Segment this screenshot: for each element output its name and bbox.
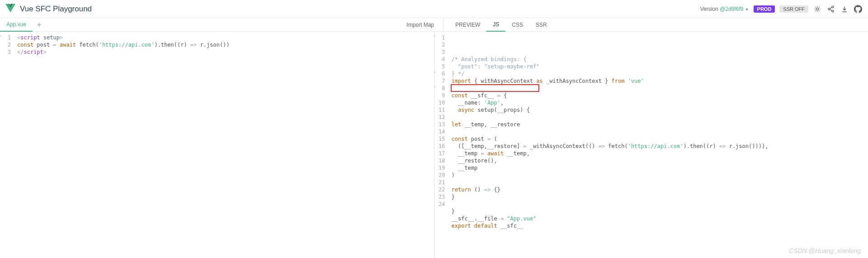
header-right: Version @2d9f6f9 ▼ PROD SSR OFF [700,5,863,14]
output-tabs: PREVIEW JS CSS SSR [443,18,553,31]
output-editor[interactable]: 123456789101112131415161718192021222324 … [434,32,868,258]
tab-preview[interactable]: PREVIEW [449,18,486,32]
version-selector[interactable]: Version @2d9f6f9 ▼ [700,6,749,12]
source-code[interactable]: <script setup>const post = await fetch('… [14,32,434,258]
share-icon[interactable] [826,5,835,14]
ssr-toggle[interactable]: SSR OFF [779,5,808,13]
app-title: Vue SFC Playground [20,5,92,14]
svg-point-0 [816,8,818,10]
add-file-button[interactable]: + [33,21,46,29]
file-tabs: App.vue + Import Map [0,18,443,31]
import-map-tab[interactable]: Import Map [397,22,443,28]
prod-toggle[interactable]: PROD [754,5,775,13]
line-gutter: 123456789101112131415161718192021222324 [434,32,448,258]
svg-point-2 [828,8,830,10]
svg-point-3 [832,10,834,12]
tab-ssr[interactable]: SSR [529,18,553,32]
github-icon[interactable] [854,5,863,14]
main-split: 123 <script setup>const post = await fet… [0,32,868,258]
line-gutter: 123 [0,32,14,258]
download-icon[interactable] [840,5,849,14]
theme-icon[interactable] [813,5,822,14]
chevron-down-icon: ▼ [745,7,749,12]
tab-css[interactable]: CSS [505,18,529,32]
tabs-row: App.vue + Import Map PREVIEW JS CSS SSR [0,18,868,32]
output-code: /* Analyzed bindings: { "post": "setup-m… [448,32,868,258]
tab-js[interactable]: JS [486,18,505,32]
header-bar: Vue SFC Playground Version @2d9f6f9 ▼ PR… [0,0,868,18]
svg-point-1 [832,6,834,8]
vue-logo-icon [5,3,15,14]
file-tab-app[interactable]: App.vue [0,18,33,32]
watermark: CSDN @Huang_xianlong [789,247,861,254]
source-editor[interactable]: 123 <script setup>const post = await fet… [0,32,434,258]
logo-area: Vue SFC Playground [5,3,92,14]
